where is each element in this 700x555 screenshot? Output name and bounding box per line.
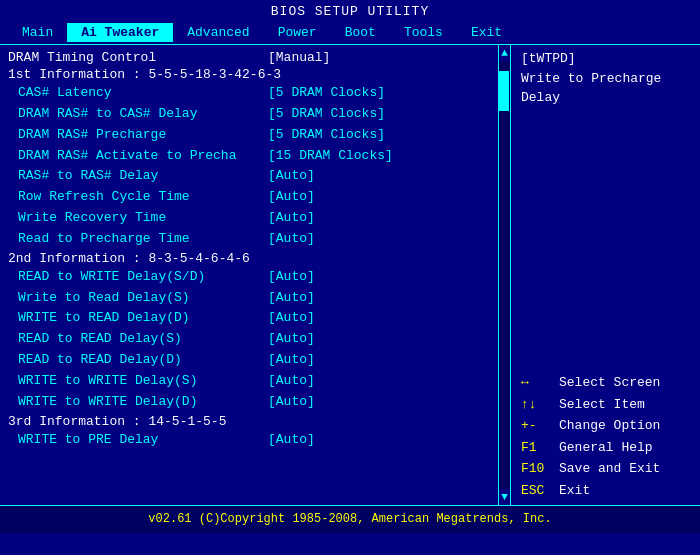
nav-item-exit[interactable]: Exit [457, 23, 516, 42]
legend-row-0: ↔Select Screen [521, 372, 690, 394]
setting-row-11[interactable]: READ to WRITE Delay(S/D)[Auto] [8, 267, 490, 288]
setting-row-4[interactable]: DRAM RAS# Precharge[5 DRAM Clocks] [8, 125, 490, 146]
setting-row-15[interactable]: READ to READ Delay(D)[Auto] [8, 350, 490, 371]
setting-row-9[interactable]: Read to Precharge Time[Auto] [8, 229, 490, 250]
scroll-down-arrow[interactable]: ▼ [499, 489, 510, 505]
setting-label-17: WRITE to WRITE Delay(D) [8, 393, 268, 412]
setting-label-5: DRAM RAS# Activate to Precha [8, 147, 268, 166]
setting-label-0: DRAM Timing Control [8, 50, 268, 65]
legend-key-4: F10 [521, 459, 559, 479]
scroll-track[interactable] [499, 61, 510, 489]
setting-label-11: READ to WRITE Delay(S/D) [8, 268, 268, 287]
setting-label-19: WRITE to PRE Delay [8, 431, 268, 450]
help-text: [tWTPD]Write to PrechargeDelay [521, 49, 690, 108]
setting-label-14: READ to READ Delay(S) [8, 330, 268, 349]
setting-value-5: [15 DRAM Clocks] [268, 147, 393, 166]
key-legend: ↔Select Screen↑↓Select Item+-Change Opti… [521, 372, 690, 501]
legend-row-3: F1General Help [521, 437, 690, 459]
setting-value-8: [Auto] [268, 209, 315, 228]
scroll-thumb[interactable] [499, 71, 509, 111]
setting-label-2: CAS# Latency [8, 84, 268, 103]
legend-row-5: ESCExit [521, 480, 690, 502]
setting-row-12[interactable]: Write to Read Delay(S)[Auto] [8, 288, 490, 309]
legend-key-2: +- [521, 416, 559, 436]
info-row-18: 3rd Information : 14-5-1-5-5 [8, 413, 490, 430]
scroll-up-arrow[interactable]: ▲ [499, 45, 510, 61]
nav-item-tools[interactable]: Tools [390, 23, 457, 42]
setting-label-7: Row Refresh Cycle Time [8, 188, 268, 207]
setting-label-4: DRAM RAS# Precharge [8, 126, 268, 145]
setting-value-4: [5 DRAM Clocks] [268, 126, 385, 145]
setting-row-13[interactable]: WRITE to READ Delay(D)[Auto] [8, 308, 490, 329]
setting-label-8: Write Recovery Time [8, 209, 268, 228]
setting-value-12: [Auto] [268, 289, 315, 308]
title-bar: BIOS SETUP UTILITY [0, 0, 700, 21]
legend-desc-5: Exit [559, 481, 590, 501]
legend-desc-2: Change Option [559, 416, 660, 436]
footer: v02.61 (C)Copyright 1985-2008, American … [0, 505, 700, 533]
setting-value-2: [5 DRAM Clocks] [268, 84, 385, 103]
nav-item-main[interactable]: Main [8, 23, 67, 42]
setting-value-15: [Auto] [268, 351, 315, 370]
nav-item-ai-tweaker[interactable]: Ai Tweaker [67, 23, 173, 42]
setting-label-6: RAS# to RAS# Delay [8, 167, 268, 186]
setting-row-16[interactable]: WRITE to WRITE Delay(S)[Auto] [8, 371, 490, 392]
setting-value-0: [Manual] [268, 50, 330, 65]
setting-value-19: [Auto] [268, 431, 315, 450]
setting-row-2[interactable]: CAS# Latency[5 DRAM Clocks] [8, 83, 490, 104]
legend-desc-3: General Help [559, 438, 653, 458]
legend-row-1: ↑↓Select Item [521, 394, 690, 416]
nav-item-boot[interactable]: Boot [331, 23, 390, 42]
setting-value-13: [Auto] [268, 309, 315, 328]
setting-value-11: [Auto] [268, 268, 315, 287]
app-title: BIOS SETUP UTILITY [271, 4, 429, 19]
nav-bar: MainAi TweakerAdvancedPowerBootToolsExit [0, 21, 700, 45]
setting-label-3: DRAM RAS# to CAS# Delay [8, 105, 268, 124]
setting-row-7[interactable]: Row Refresh Cycle Time[Auto] [8, 187, 490, 208]
help-code: [tWTPD] [521, 49, 690, 69]
setting-value-14: [Auto] [268, 330, 315, 349]
footer-text: v02.61 (C)Copyright 1985-2008, American … [148, 512, 551, 526]
scrollbar[interactable]: ▲ ▼ [498, 45, 510, 505]
setting-value-3: [5 DRAM Clocks] [268, 105, 385, 124]
info-row-1: 1st Information : 5-5-5-18-3-42-6-3 [8, 66, 490, 83]
legend-key-5: ESC [521, 481, 559, 501]
main-content: DRAM Timing Control[Manual]1st Informati… [0, 45, 700, 505]
setting-value-6: [Auto] [268, 167, 315, 186]
setting-label-12: Write to Read Delay(S) [8, 289, 268, 308]
setting-value-17: [Auto] [268, 393, 315, 412]
nav-item-advanced[interactable]: Advanced [173, 23, 263, 42]
setting-row-19[interactable]: WRITE to PRE Delay[Auto] [8, 430, 490, 451]
legend-desc-0: Select Screen [559, 373, 660, 393]
setting-value-7: [Auto] [268, 188, 315, 207]
settings-panel: DRAM Timing Control[Manual]1st Informati… [0, 45, 498, 505]
legend-desc-1: Select Item [559, 395, 645, 415]
setting-label-13: WRITE to READ Delay(D) [8, 309, 268, 328]
setting-row-8[interactable]: Write Recovery Time[Auto] [8, 208, 490, 229]
right-panel: [tWTPD]Write to PrechargeDelay ↔Select S… [510, 45, 700, 505]
setting-label-15: READ to READ Delay(D) [8, 351, 268, 370]
nav-item-power[interactable]: Power [264, 23, 331, 42]
setting-row-17[interactable]: WRITE to WRITE Delay(D)[Auto] [8, 392, 490, 413]
info-row-10: 2nd Information : 8-3-5-4-6-4-6 [8, 250, 490, 267]
setting-label-16: WRITE to WRITE Delay(S) [8, 372, 268, 391]
setting-row-14[interactable]: READ to READ Delay(S)[Auto] [8, 329, 490, 350]
legend-key-0: ↔ [521, 373, 559, 393]
legend-desc-4: Save and Exit [559, 459, 660, 479]
legend-row-4: F10Save and Exit [521, 458, 690, 480]
setting-row-3[interactable]: DRAM RAS# to CAS# Delay[5 DRAM Clocks] [8, 104, 490, 125]
help-line-1: Delay [521, 88, 690, 108]
legend-key-3: F1 [521, 438, 559, 458]
setting-row-0: DRAM Timing Control[Manual] [8, 49, 490, 66]
legend-key-1: ↑↓ [521, 395, 559, 415]
setting-value-9: [Auto] [268, 230, 315, 249]
setting-row-5[interactable]: DRAM RAS# Activate to Precha[15 DRAM Clo… [8, 146, 490, 167]
setting-value-16: [Auto] [268, 372, 315, 391]
setting-row-6[interactable]: RAS# to RAS# Delay[Auto] [8, 166, 490, 187]
help-line-0: Write to Precharge [521, 69, 690, 89]
setting-label-9: Read to Precharge Time [8, 230, 268, 249]
legend-row-2: +-Change Option [521, 415, 690, 437]
